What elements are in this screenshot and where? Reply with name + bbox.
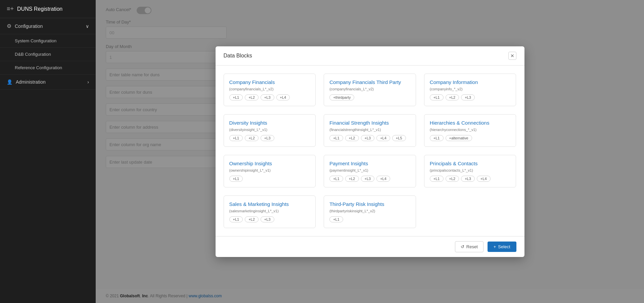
block-subtitle-diversity-insights: (diversityinsight_L*_v1) xyxy=(229,128,310,132)
app-title: DUNS Registration xyxy=(17,6,62,12)
block-tag[interactable]: +alternative xyxy=(446,135,472,141)
block-title-sales-marketing-insights[interactable]: Sales & Marketing Insights xyxy=(229,201,310,207)
data-block-card-company-financials: Company Financials(companyfinancials_L*_… xyxy=(224,74,316,106)
block-title-company-financials-third-party[interactable]: Company Financials Third Party xyxy=(329,79,410,85)
block-title-diversity-insights[interactable]: Diversity Insights xyxy=(229,120,310,126)
chevron-down-icon: ∨ xyxy=(86,24,89,29)
modal-title: Data Blocks xyxy=(224,53,252,59)
block-title-company-information[interactable]: Company Information xyxy=(430,79,511,85)
reset-label: Reset xyxy=(466,244,478,249)
block-tag[interactable]: +L1 xyxy=(229,176,243,182)
menu-icon: ≡+ xyxy=(7,5,14,12)
block-tags-payment-insights: +L1+L2+L3+L4 xyxy=(329,176,410,182)
block-subtitle-sales-marketing-insights: (salesmarketinginsight_L*_v1) xyxy=(229,209,310,213)
sidebar-sub-item-reference-config[interactable]: Reference Configuration xyxy=(0,61,96,75)
sidebar-item-configuration[interactable]: ⚙ Configuration ∨ xyxy=(0,18,96,34)
block-tag[interactable]: +thirdparty xyxy=(329,94,354,100)
block-tags-financial-strength-insights: +L1+L2+L3+L4+L5 xyxy=(329,135,410,141)
block-subtitle-company-financials-third-party: (companyfinancials_L*_v2) xyxy=(329,87,410,91)
block-title-payment-insights[interactable]: Payment Insights xyxy=(329,161,410,166)
block-subtitle-company-information: (companyinfo_*_v2) xyxy=(430,87,511,91)
chevron-right-icon: › xyxy=(87,79,89,85)
block-title-ownership-insights[interactable]: Ownership Insights xyxy=(229,161,310,166)
data-block-card-sales-marketing-insights: Sales & Marketing Insights(salesmarketin… xyxy=(224,196,316,228)
block-subtitle-ownership-insights: (ownershipinsight_L*_v1) xyxy=(229,168,310,172)
block-tag[interactable]: +L3 xyxy=(261,216,274,222)
block-title-third-party-risk-insights[interactable]: Third-Party Risk Insights xyxy=(329,201,410,207)
main-content: Auto Cancel* Time of Day* Day of Month xyxy=(96,0,644,303)
block-tag[interactable]: +L3 xyxy=(461,176,475,182)
data-block-card-company-financials-third-party: Company Financials Third Party(companyfi… xyxy=(324,74,416,106)
block-tag[interactable]: +L2 xyxy=(345,176,359,182)
block-tags-sales-marketing-insights: +L1+L2+L3 xyxy=(229,216,310,222)
block-tag[interactable]: +L4 xyxy=(477,176,491,182)
block-subtitle-hierarchies-connections: (hierarchyconnections_*_v1) xyxy=(430,128,511,132)
block-subtitle-principals-contacts: (principalscontacts_L*_v1) xyxy=(430,168,511,172)
sidebar-item-administration[interactable]: 👤 Administration › xyxy=(0,75,96,90)
plus-icon: + xyxy=(494,244,496,249)
modal-overlay: Data Blocks ✕ Company Financials(company… xyxy=(96,0,644,303)
block-tag[interactable]: +L1 xyxy=(329,216,343,222)
block-subtitle-payment-insights: (paymentinsight_L*_v1) xyxy=(329,168,410,172)
block-tags-hierarchies-connections: +L1+alternative xyxy=(430,135,511,141)
block-tag[interactable]: +L2 xyxy=(245,216,259,222)
block-tag[interactable]: +L3 xyxy=(261,135,274,141)
sidebar-sub-item-system-config[interactable]: System Configuration xyxy=(0,34,96,48)
data-block-card-principals-contacts: Principals & Contacts(principalscontacts… xyxy=(424,155,516,187)
block-tags-company-information: +L1+L2+L3 xyxy=(430,94,511,100)
block-tag[interactable]: +L3 xyxy=(261,94,274,100)
block-tag[interactable]: +L1 xyxy=(329,135,343,141)
block-tags-third-party-risk-insights: +L1 xyxy=(329,216,410,222)
block-tag[interactable]: +L4 xyxy=(376,135,390,141)
block-title-company-financials[interactable]: Company Financials xyxy=(229,79,310,85)
block-tag[interactable]: +L2 xyxy=(245,94,259,100)
block-tag[interactable]: +L3 xyxy=(361,176,375,182)
select-label: Select xyxy=(498,244,510,249)
block-subtitle-financial-strength-insights: (financialstrengthinsight_L*_v1) xyxy=(329,128,410,132)
block-tag[interactable]: +L2 xyxy=(446,94,459,100)
block-tag[interactable]: +L1 xyxy=(430,176,444,182)
data-block-card-ownership-insights: Ownership Insights(ownershipinsight_L*_v… xyxy=(224,155,316,187)
sidebar-item-label: Configuration xyxy=(15,24,43,29)
block-tag[interactable]: +L1 xyxy=(329,176,343,182)
block-tag[interactable]: +L1 xyxy=(229,94,243,100)
block-tag[interactable]: +L1 xyxy=(229,216,243,222)
block-tags-principals-contacts: +L1+L2+L3+L4 xyxy=(430,176,511,182)
block-title-hierarchies-connections[interactable]: Hierarchies & Connections xyxy=(430,120,511,126)
data-block-card-payment-insights: Payment Insights(paymentinsight_L*_v1)+L… xyxy=(324,155,416,187)
select-button[interactable]: + Select xyxy=(488,242,516,252)
reset-icon: ↺ xyxy=(461,244,464,249)
data-blocks-modal: Data Blocks ✕ Company Financials(company… xyxy=(216,46,524,257)
block-title-principals-contacts[interactable]: Principals & Contacts xyxy=(430,161,511,166)
block-tag[interactable]: +L3 xyxy=(361,135,375,141)
block-tags-ownership-insights: +L1 xyxy=(229,176,310,182)
block-tag[interactable]: +L1 xyxy=(430,94,444,100)
data-block-card-third-party-risk-insights: Third-Party Risk Insights(thirdpartyrisk… xyxy=(324,196,416,228)
block-subtitle-third-party-risk-insights: (thirdpartyriskinsight_L*_v2) xyxy=(329,209,410,213)
data-block-card-financial-strength-insights: Financial Strength Insights(financialstr… xyxy=(324,114,416,147)
block-tag[interactable]: +L4 xyxy=(376,176,390,182)
gear-icon: ⚙ xyxy=(7,23,11,29)
sidebar-header: ≡+ DUNS Registration xyxy=(0,0,96,18)
block-tag[interactable]: +L2 xyxy=(345,135,359,141)
block-tag[interactable]: +L2 xyxy=(446,176,459,182)
block-tag[interactable]: +L4 xyxy=(276,94,290,100)
data-block-card-hierarchies-connections: Hierarchies & Connections(hierarchyconne… xyxy=(424,114,516,147)
block-subtitle-company-financials: (companyfinancials_L*_v2) xyxy=(229,87,310,91)
block-tag[interactable]: +L1 xyxy=(430,135,444,141)
block-tags-company-financials-third-party: +thirdparty xyxy=(329,94,410,100)
block-tags-diversity-insights: +L1+L2+L3 xyxy=(229,135,310,141)
modal-body: Company Financials(companyfinancials_L*_… xyxy=(216,66,524,236)
modal-close-button[interactable]: ✕ xyxy=(508,52,516,60)
block-tag[interactable]: +L3 xyxy=(461,94,475,100)
block-tag[interactable]: +L1 xyxy=(229,135,243,141)
user-icon: 👤 xyxy=(7,79,12,85)
block-tag[interactable]: +L5 xyxy=(392,135,406,141)
modal-header: Data Blocks ✕ xyxy=(216,46,524,66)
block-tags-company-financials: +L1+L2+L3+L4 xyxy=(229,94,310,100)
reset-button[interactable]: ↺ Reset xyxy=(455,241,484,252)
admin-label: Administration xyxy=(16,79,46,85)
sidebar-sub-item-dnb-config[interactable]: D&B Configuration xyxy=(0,48,96,61)
block-title-financial-strength-insights[interactable]: Financial Strength Insights xyxy=(329,120,410,126)
block-tag[interactable]: +L2 xyxy=(245,135,259,141)
